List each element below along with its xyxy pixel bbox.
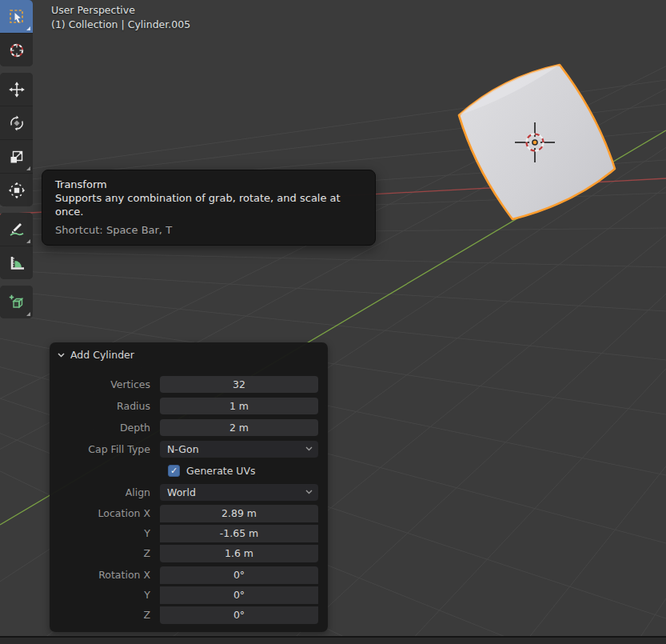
field-row-rotation-z: Z 0°	[50, 606, 328, 624]
scale-icon	[8, 148, 26, 166]
cursor-tool-icon	[8, 42, 26, 59]
chevron-down-icon	[305, 490, 313, 494]
tool-flyout-indicator	[26, 166, 30, 170]
location-y-label: Y	[50, 525, 160, 542]
tool-measure[interactable]	[0, 246, 33, 279]
vertices-input[interactable]: 32	[160, 376, 318, 393]
field-row-location-y: Y -1.65 m	[50, 525, 328, 542]
rotation-x-label: Rotation X	[50, 566, 160, 584]
field-row-depth: Depth 2 m	[50, 419, 328, 436]
tooltip-title: Transform	[55, 178, 362, 191]
rotation-z-label: Z	[50, 606, 160, 624]
tool-rotate[interactable]	[0, 106, 33, 139]
panel-header[interactable]: Add Cylinder	[58, 349, 134, 361]
field-row-vertices: Vertices 32	[50, 376, 328, 393]
radius-label: Radius	[50, 398, 160, 414]
location-z-input[interactable]: 1.6 m	[160, 545, 318, 562]
view-perspective-label: User Perspective	[51, 3, 190, 17]
tool-annotate[interactable]	[0, 213, 33, 246]
tool-tooltip: Transform Supports any combination of gr…	[42, 170, 376, 246]
measure-icon	[8, 254, 26, 272]
tooltip-description: Supports any combination of grab, rotate…	[55, 191, 362, 218]
rotation-y-label: Y	[50, 586, 160, 604]
generate-uvs-label: Generate UVs	[186, 465, 256, 477]
rotate-icon	[8, 114, 26, 132]
location-x-input[interactable]: 2.89 m	[160, 505, 318, 522]
align-select[interactable]: World	[160, 484, 318, 501]
chevron-down-icon	[58, 353, 65, 358]
add-cylinder-panel: Add Cylinder Vertices 32 Radius 1 m Dept…	[50, 342, 328, 632]
move-icon	[8, 81, 26, 98]
tool-flyout-indicator	[26, 239, 30, 243]
panel-title: Add Cylinder	[70, 349, 134, 361]
cap-fill-type-value: N-Gon	[167, 443, 199, 455]
radius-input[interactable]: 1 m	[160, 398, 318, 414]
tool-move[interactable]	[0, 73, 33, 106]
align-value: World	[167, 486, 196, 498]
field-row-align: Align World	[50, 484, 328, 501]
tool-shelf	[0, 0, 33, 325]
tool-flyout-indicator	[26, 312, 30, 316]
rotation-x-input[interactable]: 0°	[160, 566, 318, 584]
field-row-location-z: Z 1.6 m	[50, 545, 328, 562]
generate-uvs-checkbox[interactable]: ✓	[168, 465, 180, 477]
field-row-cap-fill-type: Cap Fill Type N-Gon	[50, 441, 328, 458]
vertices-label: Vertices	[50, 376, 160, 393]
tool-flyout-indicator	[26, 26, 30, 30]
location-z-label: Z	[50, 545, 160, 562]
field-row-rotation-x: Rotation X 0°	[50, 566, 328, 584]
viewport-header: User Perspective (1) Collection | Cylind…	[51, 3, 190, 31]
tool-transform[interactable]	[0, 173, 33, 206]
tool-scale[interactable]	[0, 139, 33, 173]
tool-cursor[interactable]	[0, 33, 33, 66]
tool-select-box[interactable]	[0, 0, 33, 33]
transform-icon	[8, 182, 26, 199]
add-cube-icon	[8, 294, 26, 311]
blender-3d-viewport: User Perspective (1) Collection | Cylind…	[0, 0, 666, 644]
field-row-rotation-y: Y 0°	[50, 586, 328, 604]
location-x-label: Location X	[50, 505, 160, 522]
chevron-down-icon	[305, 446, 313, 451]
tool-add-cube[interactable]	[0, 286, 33, 318]
location-y-input[interactable]: -1.65 m	[160, 525, 318, 542]
field-row-radius: Radius 1 m	[50, 398, 328, 414]
cap-fill-type-select[interactable]: N-Gon	[160, 441, 318, 458]
select-box-icon	[8, 8, 26, 26]
depth-input[interactable]: 2 m	[160, 419, 318, 436]
cap-fill-type-label: Cap Fill Type	[50, 441, 160, 458]
rotation-y-input[interactable]: 0°	[160, 586, 318, 604]
depth-label: Depth	[50, 419, 160, 436]
annotate-icon	[8, 221, 26, 238]
status-bar	[0, 636, 666, 644]
active-object-breadcrumb: (1) Collection | Cylinder.005	[51, 18, 190, 31]
tooltip-shortcut: Shortcut: Space Bar, T	[55, 224, 362, 237]
rotation-z-input[interactable]: 0°	[160, 606, 318, 624]
align-label: Align	[50, 484, 160, 501]
generate-uvs-row[interactable]: ✓ Generate UVs	[168, 462, 256, 479]
field-row-location-x: Location X 2.89 m	[50, 505, 328, 522]
